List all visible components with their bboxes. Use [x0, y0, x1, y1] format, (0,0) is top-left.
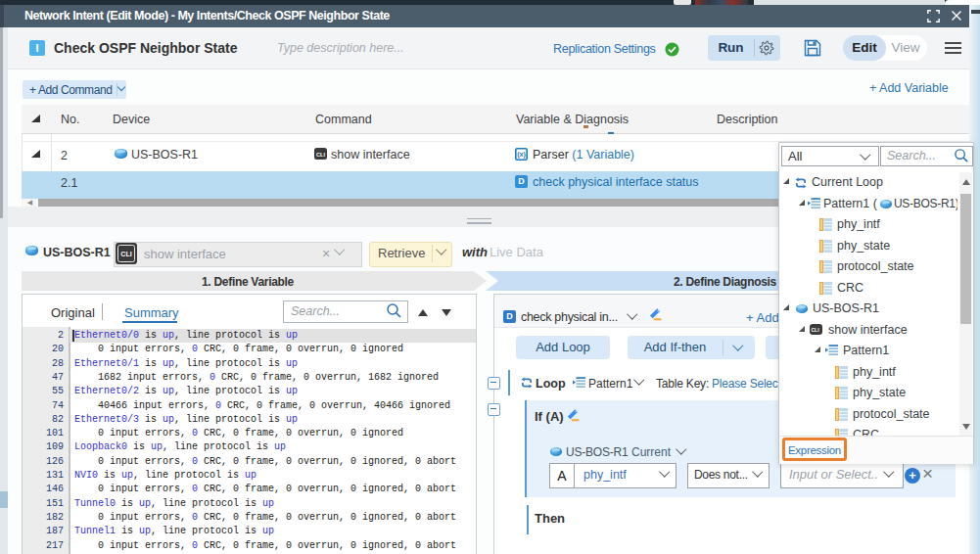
svg-text:CLI: CLI — [316, 152, 325, 158]
svg-text:CLI: CLI — [120, 251, 131, 257]
svg-text:(x): (x) — [517, 151, 526, 159]
